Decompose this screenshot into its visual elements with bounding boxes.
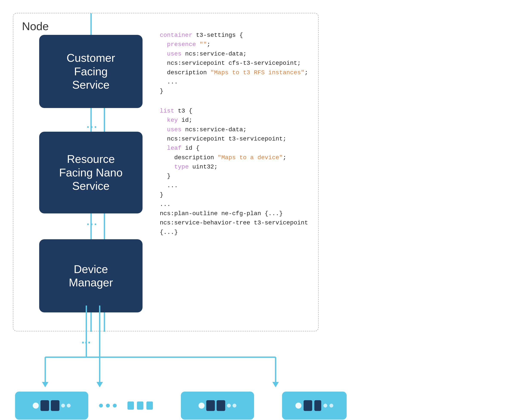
device-4-rect-1 xyxy=(304,400,312,411)
code-t3-settings: t3-settings { xyxy=(196,32,243,38)
device-1 xyxy=(15,392,88,420)
cfs-box: CustomerFacingService xyxy=(39,35,143,108)
dots-2: ... xyxy=(87,216,98,227)
dm-label: DeviceManager xyxy=(69,262,113,289)
code-panel: container t3-settings { presence ""; use… xyxy=(160,30,315,237)
device-dots-1 xyxy=(99,404,117,407)
rfns-box: ResourceFacing NanoService xyxy=(39,132,143,213)
device-1-dot-3 xyxy=(67,404,71,407)
device-3-rect-1 xyxy=(206,400,215,411)
device-2-sq-2 xyxy=(137,402,143,410)
device-2 xyxy=(128,402,153,410)
device-4-dot-3 xyxy=(329,404,333,407)
device-1-dot-1 xyxy=(33,403,39,409)
dots-1: ... xyxy=(87,118,98,130)
cfs-label: CustomerFacingService xyxy=(67,51,115,91)
code-block-2: list t3 { key id; uses ncs:service-data;… xyxy=(160,106,315,237)
device-2-sq-3 xyxy=(146,402,153,410)
kw-container: container xyxy=(160,32,196,38)
dm-box: DeviceManager xyxy=(39,239,143,312)
rfns-label: ResourceFacing NanoService xyxy=(59,152,123,193)
code-block-1: container t3-settings { presence ""; use… xyxy=(160,30,315,96)
node-box: Node CustomerFacingService ... ResourceF… xyxy=(13,13,319,331)
main-container: Node CustomerFacingService ... ResourceF… xyxy=(9,9,504,417)
connector-svg xyxy=(9,306,323,396)
devices-row xyxy=(15,392,347,420)
device-4-dot-1 xyxy=(295,403,301,409)
device-2-sq-1 xyxy=(128,402,134,410)
svg-marker-6 xyxy=(96,382,103,387)
device-1-rect-1 xyxy=(40,400,49,411)
device-1-dot-2 xyxy=(61,404,65,407)
svg-marker-8 xyxy=(272,382,279,387)
device-1-rect-2 xyxy=(51,400,59,411)
device-3-dot-2 xyxy=(227,404,231,407)
device-3-dot-1 xyxy=(199,403,205,409)
device-4-rect-2 xyxy=(314,400,321,411)
device-3 xyxy=(181,392,254,420)
device-3-rect-2 xyxy=(217,400,225,411)
node-label: Node xyxy=(22,20,49,33)
svg-marker-4 xyxy=(42,382,48,387)
device-3-dot-3 xyxy=(233,404,237,407)
device-4 xyxy=(282,392,347,420)
device-4-dot-2 xyxy=(323,404,327,407)
